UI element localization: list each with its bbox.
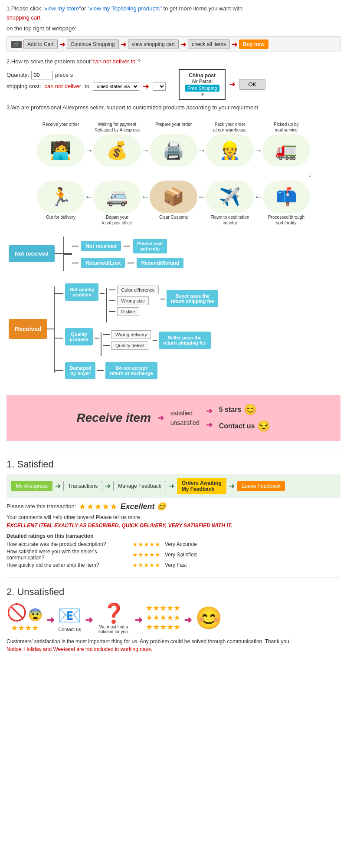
five-stars-row: 5 stars 😊 <box>219 404 257 416</box>
flow-arrow-4: → <box>254 145 262 155</box>
color-diff-row: Color difference <box>109 286 158 294</box>
fb-arrow-2: ➜ <box>105 482 111 490</box>
cart-icon: 🛒 <box>11 41 22 48</box>
receive-arrow: ➜ <box>157 413 164 423</box>
fb-arrow-1: ➜ <box>55 482 61 490</box>
no-sign-icon: 🚫 <box>7 603 27 622</box>
recv-hline <box>47 329 54 329</box>
rating-q1: How accurate was the product description… <box>7 541 128 547</box>
rating-stars-1: ★★★★★ <box>132 541 160 548</box>
step-label-2: Waiting for paymentReleased by Aliexpres… <box>93 122 141 133</box>
transactions-btn[interactable]: Transactions <box>63 481 102 491</box>
step-icon-2: 💰 <box>93 134 141 167</box>
receive-item-title: Receive item <box>77 411 151 425</box>
step-icon-9: ✈️ <box>206 181 254 213</box>
not-received-tree: Not received Not received Please waitpat… <box>9 237 338 271</box>
shipping-row: shipping cost: can not deliver to unied … <box>7 82 166 91</box>
unsatisfied-row: unsatisfied <box>170 419 200 426</box>
step-icon-4: 👷 <box>206 134 254 167</box>
unsat-item-1: 🚫 😨 ★★★★ <box>7 603 43 633</box>
nq-hline <box>55 293 63 294</box>
divider-1 <box>7 386 340 386</box>
cannot-deliver-title: "can not deliver to" <box>91 58 137 65</box>
comments-text: Your comments will help other buyers! Pl… <box>7 514 340 520</box>
section2-left: Quantity: piece s shipping cost: can not… <box>7 69 166 93</box>
shipping-select[interactable]: unied states via <box>93 82 139 91</box>
unsat-item-3: ❓ We must find a solution for you. <box>96 602 131 634</box>
step-icon-6: 🏃 <box>37 181 85 213</box>
wait-patiently-box: Please waitpatiently <box>133 239 167 253</box>
add-to-cart-btn[interactable]: Add to Cart <box>23 39 58 49</box>
section1-text: 1.Please click "view my store"or "view m… <box>7 4 340 23</box>
vertical-arrow: ↓ <box>11 168 336 179</box>
q-hline3 <box>153 340 157 341</box>
rating-row-3: How quickly did the seller ship the item… <box>7 562 340 569</box>
damaged-box: Damagedby buyer <box>65 362 95 379</box>
satisfied-section: 1. Satisfied My Aliexpress ➜ Transaction… <box>7 459 340 569</box>
ok-button[interactable]: OK <box>239 79 265 90</box>
flow-arrow-7r: ← <box>197 192 206 202</box>
not-received-root-area: Not received <box>9 245 63 262</box>
excellent-review: EXCELLENT ITEM, EXACTLY AS DESCRIBED, QU… <box>7 523 340 529</box>
notice-black: Customers' satisfaction is the most impo… <box>7 638 340 644</box>
returned-lost-box: Returned/Lost <box>81 258 125 268</box>
rate-row: Please rate this transaction: ★★★★★ Exce… <box>7 501 340 512</box>
rate-text: Please rate this transaction: <box>7 503 76 510</box>
rating-q2: How satisfied were you with the seller's… <box>7 549 128 561</box>
rating-stars: ★★★★★ <box>79 501 118 512</box>
flow-arrow-8r: ← <box>254 192 262 202</box>
view-cart-btn[interactable]: view shopping cart <box>128 39 179 49</box>
unsat-arrow-2: ➜ <box>85 615 93 626</box>
resend-refund-box: Resend/Refund <box>137 258 183 268</box>
step-icon-7: 🚐 <box>93 181 141 213</box>
no-return-box: Do not acceptreturn or exchange <box>105 362 157 379</box>
nr-vbranch <box>63 237 72 271</box>
root-hline <box>55 253 63 254</box>
cart-flow: 🛒 Add to Cart ➜ Continue Shopping ➜ view… <box>7 36 340 52</box>
shipping-method-select[interactable] <box>153 82 166 91</box>
quality-box: Qualityproblem <box>65 328 92 345</box>
section-3: 3.We are professional Aliexpress seller,… <box>7 104 340 111</box>
satisfied-row: satisfied <box>170 410 200 417</box>
top-right-text: on the top right of webpage: <box>7 24 340 33</box>
received-root: Received <box>9 319 47 339</box>
not-received-box: Not received <box>81 241 121 251</box>
arrow4: ➜ <box>232 40 237 49</box>
step-label-10: Processed throughsort facility <box>262 214 310 226</box>
receive-item-section: Receive item ➜ satisfied unsatisfied ➜ ➜… <box>7 395 340 441</box>
high-stars: ★★★★★★★★★★★★★★★ <box>146 604 180 632</box>
view-store-link[interactable]: "view my store" <box>43 5 81 12</box>
unsat-arrow-3: ➜ <box>134 615 142 626</box>
not-quality-box: Not qualityproblem <box>65 283 98 301</box>
result-arrows: ➜ ➜ <box>206 406 213 430</box>
continue-shopping-btn[interactable]: Continue Shopping <box>67 39 119 49</box>
orders-awaiting-btn[interactable]: Orders AwaitingMy Feedback <box>177 478 226 494</box>
check-items-btn[interactable]: check all items <box>188 39 230 49</box>
receive-outcomes: satisfied unsatisfied <box>170 410 200 426</box>
quality-defect-box: Quality defect <box>111 341 148 350</box>
step-label-9: Flown to destinationcountry <box>206 214 254 226</box>
leave-feedback-btn[interactable]: Leave Feedback <box>237 481 285 491</box>
nq-hline3 <box>160 299 165 299</box>
result-arrow-1: ➜ <box>206 406 213 416</box>
manage-feedback-btn[interactable]: Manage Feedback <box>113 481 166 491</box>
wrong-delivery-row: Wrong delivery <box>103 330 151 339</box>
buyer-pays-box: Buyer pays thereturn shipping fee <box>167 290 219 307</box>
buy-now-btn[interactable]: Buy now <box>239 39 268 49</box>
my-aliexpress-btn[interactable]: My Aliexpress <box>11 481 52 491</box>
to-text: to <box>85 83 89 89</box>
result-arrow-2: ➜ <box>206 420 213 430</box>
detailed-ratings: Detailed ratings on this transaction How… <box>7 533 340 569</box>
section-1: 1.Please click "view my store"or "view m… <box>7 4 340 52</box>
nq-hline2 <box>100 293 105 294</box>
rating-q3: How quickly did the seller ship the item… <box>7 562 128 568</box>
step-label-8: Clear Customs <box>150 214 197 226</box>
dislike-box: Dislike <box>117 307 139 316</box>
quantity-input[interactable] <box>31 71 53 79</box>
view-topselling-link[interactable]: "view my Topselling products" <box>88 5 162 12</box>
rating-stars-2: ★★★★★ <box>132 551 160 558</box>
unsatisfied-title: 2. Unsatisfied <box>7 586 340 598</box>
step-icon-3: 🖨️ <box>150 134 197 167</box>
contact-us-unsat: Contact us <box>58 627 81 632</box>
scared-icon: 😨 <box>28 608 43 622</box>
